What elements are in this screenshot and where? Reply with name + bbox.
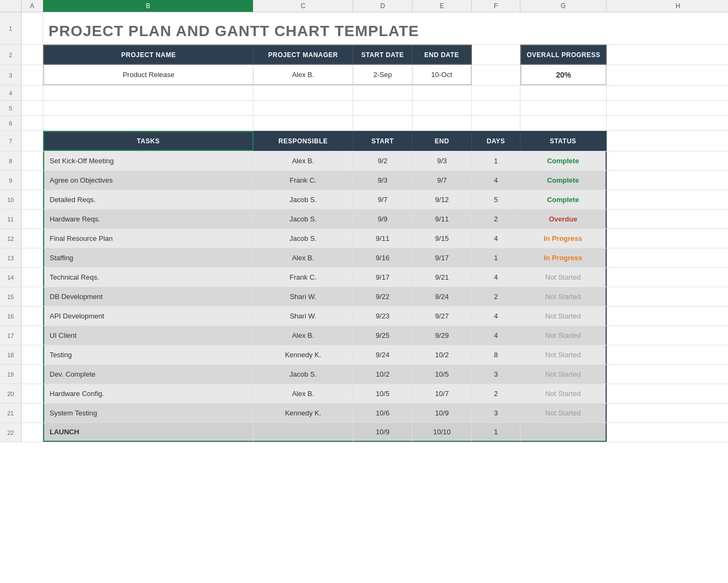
row-6: 6 (0, 116, 728, 131)
cell-g22-status (520, 423, 607, 442)
column-headers: A B C D E F G H (0, 0, 728, 12)
rownum-12: 12 (0, 229, 22, 248)
cell-e15-end: 9/24 (413, 287, 472, 306)
cell-d11-start: 9/9 (353, 210, 413, 228)
corner-cell (0, 0, 22, 12)
cell-c19-responsible: Jacob S. (253, 365, 353, 384)
cell-a6 (22, 116, 43, 130)
cell-h15 (607, 287, 728, 306)
cell-c12-responsible: Jacob S. (253, 229, 353, 248)
col-header-c[interactable]: C (253, 0, 353, 12)
cell-a11 (22, 210, 43, 228)
cell-b19-task: Dev. Complete (43, 365, 253, 384)
rownum-19: 19 (0, 365, 22, 384)
cell-c21-responsible: Kennedy K. (253, 404, 353, 422)
cell-b22-task: LAUNCH (43, 423, 253, 442)
row-9: 9 Agree on Objectives Frank C. 9/3 9/7 4… (0, 171, 728, 190)
cell-e13-end: 9/17 (413, 248, 472, 267)
cell-d22-start: 10/9 (353, 423, 413, 442)
col-header-e[interactable]: E (413, 0, 472, 12)
cell-d15-start: 9/22 (353, 287, 413, 306)
cell-g15-status: Not Started (520, 287, 607, 306)
col-header-g[interactable]: G (520, 0, 607, 12)
cell-d3-start-val: 2-Sep (353, 65, 413, 85)
cell-g10-status: Complete (520, 190, 607, 209)
cell-b11-task: Hardware Reqs. (43, 210, 253, 228)
row-22: 22 LAUNCH 10/9 10/10 1 (0, 423, 728, 442)
cell-h5 (607, 101, 728, 115)
cell-d20-start: 10/5 (353, 384, 413, 403)
cell-c6 (253, 116, 353, 130)
cell-f10-days: 5 (472, 190, 520, 209)
cell-a18 (22, 345, 43, 364)
rownum-11: 11 (0, 210, 22, 228)
cell-e20-end: 10/7 (413, 384, 472, 403)
rownum-18: 18 (0, 345, 22, 364)
cell-h18 (607, 345, 728, 364)
cell-c17-responsible: Alex B. (253, 326, 353, 345)
cell-d6 (353, 116, 413, 130)
cell-h12 (607, 229, 728, 248)
cell-d2-start-header: START DATE (353, 45, 413, 65)
cell-a19 (22, 365, 43, 384)
cell-c8-responsible: Alex B. (253, 151, 353, 170)
cell-g20-status: Not Started (520, 384, 607, 403)
cell-b7-tasks-header: TASKS (43, 131, 253, 151)
cell-c5 (253, 101, 353, 115)
row-13: 13 Staffing Alex B. 9/16 9/17 1 In Progr… (0, 248, 728, 268)
cell-g21-status: Not Started (520, 404, 607, 422)
col-header-b[interactable]: B (43, 0, 253, 12)
cell-g6 (520, 116, 607, 130)
cell-f3 (472, 65, 520, 85)
cell-g13-status: In Progress (520, 248, 607, 267)
cell-e16-end: 9/27 (413, 307, 472, 325)
cell-g12-status: In Progress (520, 229, 607, 248)
row-3: 3 Product Release Alex B. 2-Sep 10-Oct 2… (0, 65, 728, 86)
row-15: 15 DB Development Shari W. 9/22 9/24 2 N… (0, 287, 728, 307)
cell-c10-responsible: Jacob S. (253, 190, 353, 209)
cell-a10 (22, 190, 43, 209)
cell-d7-start-header: START (353, 131, 413, 151)
cell-b3-projname-val: Product Release (43, 65, 253, 85)
cell-b13-task: Staffing (43, 248, 253, 267)
cell-a13 (22, 248, 43, 267)
cell-f20-days: 2 (472, 384, 520, 403)
row-11: 11 Hardware Reqs. Jacob S. 9/9 9/11 2 Ov… (0, 210, 728, 229)
cell-a16 (22, 307, 43, 325)
cell-g9-status: Complete (520, 171, 607, 190)
rownum-2: 2 (0, 45, 22, 65)
cell-c16-responsible: Shari W. (253, 307, 353, 325)
cell-c13-responsible: Alex B. (253, 248, 353, 267)
cell-e22-end: 10/10 (413, 423, 472, 442)
col-header-h[interactable]: H (607, 0, 728, 12)
row-2: 2 PROJECT NAME PROJECT MANAGER START DAT… (0, 45, 728, 65)
rownum-20: 20 (0, 384, 22, 403)
cell-g1 (439, 12, 582, 44)
cell-f21-days: 3 (472, 404, 520, 422)
rownum-7: 7 (0, 131, 22, 151)
cell-d5 (353, 101, 413, 115)
cell-h6 (607, 116, 728, 130)
col-header-d[interactable]: D (353, 0, 413, 12)
col-header-f[interactable]: F (472, 0, 520, 12)
cell-a12 (22, 229, 43, 248)
cell-h16 (607, 307, 728, 325)
col-header-a[interactable]: A (22, 0, 43, 12)
cell-g4 (520, 86, 607, 100)
rownum-21: 21 (0, 404, 22, 422)
cell-g11-status: Overdue (520, 210, 607, 228)
cell-d19-start: 10/2 (353, 365, 413, 384)
rownum-3: 3 (0, 65, 22, 85)
row-16: 16 API Development Shari W. 9/23 9/27 4 … (0, 307, 728, 326)
cell-b18-task: Testing (43, 345, 253, 364)
cell-g16-status: Not Started (520, 307, 607, 325)
cell-d8-start: 9/2 (353, 151, 413, 170)
cell-b1-title: PROJECT PLAN AND GANTT CHART TEMPLATE (43, 12, 439, 44)
cell-c2-manager-header: PROJECT MANAGER (253, 45, 353, 65)
cell-b12-task: Final Resource Plan (43, 229, 253, 248)
row-4: 4 (0, 86, 728, 101)
cell-g5 (520, 101, 607, 115)
cell-a1 (22, 12, 43, 44)
rownum-16: 16 (0, 307, 22, 325)
cell-d21-start: 10/6 (353, 404, 413, 422)
